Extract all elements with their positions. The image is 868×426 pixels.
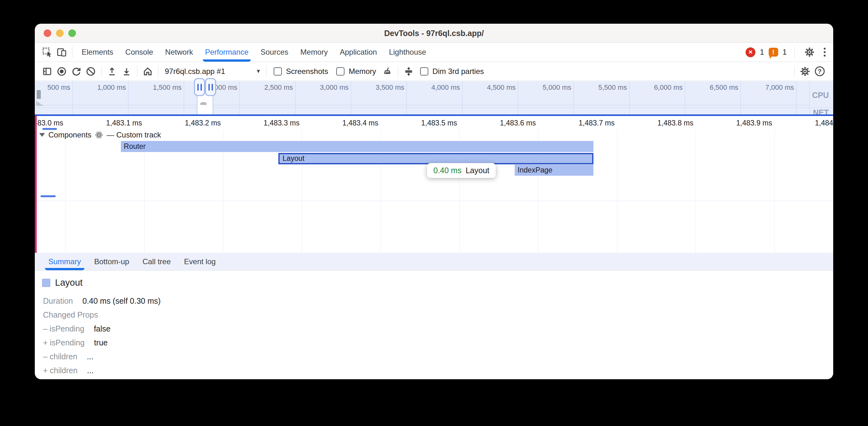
tooltip-label: Layout [466, 166, 489, 175]
summary-row: + children ... [35, 363, 833, 377]
overview-tick-label: 3,500 ms [347, 81, 407, 92]
summary-row: Duration 0.40 ms (self 0.30 ms) [35, 294, 833, 308]
overview-tick-label: 500 ms [35, 81, 73, 92]
overview-tick-label: 2,500 ms [235, 81, 296, 92]
upload-profile-icon[interactable] [105, 64, 119, 79]
summary-row: Changed Props [35, 308, 833, 322]
flame-chart[interactable]: Components — Custom track RouterLayoutIn… [35, 130, 833, 253]
ruler-tick-label: 1,484.0 ms [781, 116, 833, 127]
help-icon[interactable]: ? [812, 64, 827, 79]
screenshots-checkbox[interactable]: Screenshots [270, 67, 332, 76]
react-atom-icon [95, 131, 103, 139]
record-and-reload-icon[interactable] [69, 64, 84, 79]
dim-3rd-parties-checkbox[interactable]: Dim 3rd parties [416, 67, 488, 76]
cpu-lane-label: CPU [812, 91, 829, 100]
device-toolbar-icon[interactable] [54, 45, 69, 59]
flame-entry[interactable]: Layout [278, 153, 593, 164]
checkbox-box[interactable] [420, 67, 428, 75]
overview-tick-label: 7,000 ms [736, 81, 797, 92]
performance-toolbar: 97r6ql.csb.app #1 ▼ Screenshots Memory [35, 62, 833, 81]
collect-garbage-icon[interactable] [380, 64, 395, 79]
summary-row-value: false [94, 324, 111, 333]
track-suffix: — Custom track [106, 131, 161, 139]
details-tab[interactable]: Summary [42, 253, 88, 270]
capture-settings-gear-icon[interactable] [798, 64, 812, 79]
more-options-kebab-icon[interactable] [821, 48, 828, 57]
details-tab[interactable]: Bottom-up [88, 253, 136, 270]
divider [137, 66, 137, 77]
ruler-tick-label: 1,483.1 ms [72, 116, 145, 127]
main-tabs: ElementsConsoleNetworkPerformanceSources… [75, 43, 432, 62]
checkbox-box[interactable] [274, 67, 282, 75]
devtools-tab[interactable]: Network [159, 43, 199, 62]
flame-entry[interactable]: Router [121, 141, 593, 152]
devtools-tab[interactable]: Application [334, 43, 383, 62]
memory-checkbox[interactable]: Memory [332, 67, 380, 76]
settings-gear-icon[interactable] [802, 45, 817, 59]
summary-row: – isPending false [35, 322, 833, 336]
overview-tick-label: 5,000 ms [514, 81, 574, 92]
devtools-window: DevTools - 97r6ql.csb.app/ ElementsConso… [35, 24, 833, 379]
collapse-tracks-icon[interactable] [401, 64, 416, 79]
checkbox-box[interactable] [336, 67, 344, 75]
selection-handle-left[interactable] [194, 78, 205, 96]
scroll-indicator-dash [42, 128, 57, 130]
issues-icon[interactable]: ! [769, 48, 778, 57]
details-tab[interactable]: Call tree [136, 253, 177, 270]
flame-entry[interactable]: IndexPage [515, 165, 593, 176]
track-header[interactable]: Components — Custom track [39, 131, 161, 139]
record-icon[interactable] [54, 64, 69, 79]
devtools-tab[interactable]: Lighthouse [383, 43, 432, 62]
overview-tick-label: 4,500 ms [458, 81, 518, 92]
lane-divider [809, 81, 809, 114]
overview-tick-label: 4,000 ms [402, 81, 462, 92]
details-tabbar: SummaryBottom-upCall treeEvent log [35, 253, 833, 270]
toggle-sidebar-icon[interactable] [40, 64, 54, 79]
error-count-icon[interactable]: × [746, 47, 755, 57]
clear-icon[interactable] [84, 64, 98, 79]
track-highlight-line [35, 116, 37, 253]
ruler-tick-label: 1,483.2 ms [151, 116, 223, 127]
devtools-tabbar: ElementsConsoleNetworkPerformanceSources… [35, 43, 833, 62]
overview-tick: 5,000 ms [514, 81, 574, 114]
overview-tick-label: 3,000 ms [291, 81, 351, 92]
summary-row: – children ... [35, 350, 833, 363]
overview-tick: 7,000 ms [736, 81, 797, 114]
summary-row-value: true [94, 338, 107, 347]
devtools-tab[interactable]: Console [119, 43, 159, 62]
home-icon[interactable] [141, 64, 155, 79]
devtools-tab[interactable]: Sources [255, 43, 294, 62]
summary-row-value: 0.40 ms (self 0.30 ms) [83, 296, 161, 305]
overview-separator-line [35, 114, 833, 116]
selection-handle-right[interactable] [205, 78, 216, 96]
tooltip-duration: 0.40 ms [433, 166, 462, 175]
collapse-triangle-icon[interactable] [39, 133, 45, 137]
target-selector-dropdown[interactable]: 97r6ql.csb.app #1 ▼ [162, 67, 263, 76]
devtools-tab[interactable]: Performance [199, 43, 254, 62]
summary-row-label: Changed Props [43, 310, 98, 320]
ruler-tick-label: 1,483.4 ms [308, 116, 381, 127]
dim-3rd-parties-label: Dim 3rd parties [432, 67, 484, 76]
overview-tick: 6,500 ms [681, 81, 741, 114]
divider [794, 66, 795, 77]
inspect-element-icon[interactable] [40, 45, 54, 59]
devtools-tab[interactable]: Elements [75, 43, 119, 62]
scroll-indicator-dash [40, 195, 56, 197]
details-tab[interactable]: Event log [178, 253, 222, 270]
ruler-tick-label: 1,483.7 ms [545, 116, 617, 127]
net-lane-label: NET [813, 108, 829, 114]
cpu-activity-bump [200, 102, 207, 105]
summary-title-row: Layout [42, 277, 83, 288]
overview-tick: 500 ms [35, 81, 73, 114]
overview-tick-label: 1,500 ms [124, 81, 184, 92]
divider [72, 46, 72, 58]
track-boundary-line [35, 201, 833, 201]
overview-tick: 1,000 ms [68, 81, 128, 114]
devtools-tab[interactable]: Memory [294, 43, 334, 62]
download-profile-icon[interactable] [119, 64, 134, 79]
timeline-overview[interactable]: CPU NET 500 ms 1,000 ms 1,500 ms 2,000 m… [35, 81, 833, 114]
overview-tick-label: 6,500 ms [681, 81, 741, 92]
ruler-tick-label: 1,483.0 ms [35, 116, 66, 127]
summary-row-label: + children [43, 366, 78, 375]
overview-tick: 6,000 ms [625, 81, 685, 114]
